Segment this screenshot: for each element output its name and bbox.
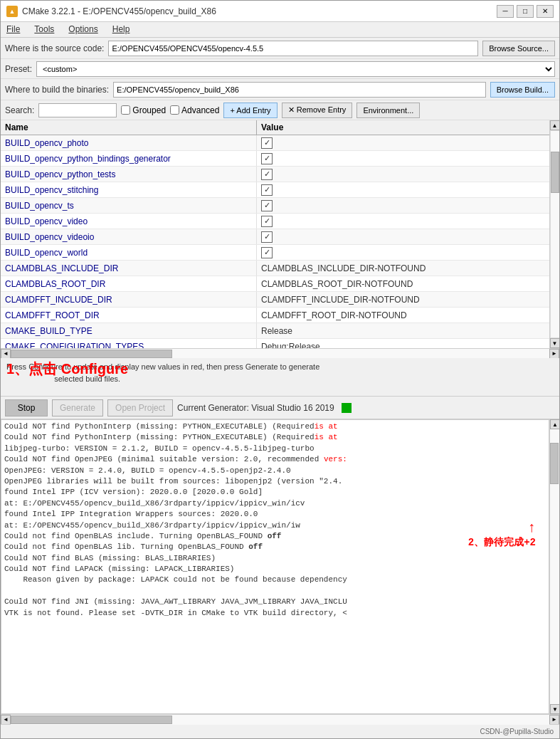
- environment-button[interactable]: Environment...: [356, 103, 420, 118]
- row-name: CLAMDFFT_INCLUDE_DIR: [1, 292, 257, 307]
- menu-help[interactable]: Help: [110, 23, 133, 36]
- row-value: [257, 214, 549, 229]
- scroll-thumb[interactable]: [551, 152, 559, 193]
- remove-entry-button[interactable]: ✕ Remove Entry: [282, 103, 353, 118]
- hscroll-track[interactable]: [11, 349, 549, 359]
- row-name: BUILD_opencv_video: [1, 214, 257, 229]
- add-entry-button[interactable]: + Add Entry: [223, 103, 277, 118]
- table-row[interactable]: BUILD_opencv_python_bindings_generator: [1, 151, 549, 167]
- source-input[interactable]: [108, 41, 478, 56]
- checkbox[interactable]: [261, 231, 273, 243]
- checkbox[interactable]: [261, 137, 273, 149]
- log-hscroll-track[interactable]: [11, 715, 549, 725]
- log-scroll-up[interactable]: ▲: [550, 419, 559, 429]
- advanced-label: Advanced: [181, 105, 219, 115]
- log-scroll-track[interactable]: [550, 429, 559, 704]
- browse-source-button[interactable]: Browse Source...: [482, 41, 555, 56]
- table-row[interactable]: BUILD_opencv_photo: [1, 135, 549, 151]
- table-row[interactable]: CMAKE_CONFIGURATION_TYPES Debug;Release: [1, 339, 549, 348]
- row-value: [257, 229, 549, 244]
- scroll-up-button[interactable]: ▲: [550, 120, 560, 130]
- menu-file[interactable]: File: [4, 23, 23, 36]
- preset-select[interactable]: <custom>: [36, 61, 555, 77]
- log-line: Could not find OpenBLAS include. Turning…: [4, 531, 546, 542]
- table-container: Name Value BUILD_opencv_photo BUILD_open…: [1, 120, 549, 348]
- checkbox[interactable]: [261, 200, 273, 211]
- grouped-checkbox[interactable]: [121, 105, 130, 115]
- hscroll-thumb[interactable]: [11, 350, 172, 358]
- table-row[interactable]: CLAMDBLAS_ROOT_DIR CLAMDBLAS_ROOT_DIR-NO…: [1, 276, 549, 292]
- row-value: [257, 245, 549, 260]
- table-row[interactable]: CMAKE_BUILD_TYPE Release: [1, 323, 549, 339]
- row-name: BUILD_opencv_videoio: [1, 229, 257, 244]
- table-row[interactable]: BUILD_opencv_stitching: [1, 182, 549, 198]
- log-area[interactable]: Could NOT find PythonInterp (missing: PY…: [1, 419, 549, 714]
- table-row[interactable]: CLAMDFFT_ROOT_DIR CLAMDFFT_ROOT_DIR-NOTF…: [1, 308, 549, 323]
- log-line: Could NOT find PythonInterp (missing: PY…: [4, 432, 546, 443]
- row-name: BUILD_opencv_python_tests: [1, 167, 257, 182]
- advanced-checkbox-label[interactable]: Advanced: [170, 105, 219, 115]
- main-window: ▲ CMake 3.22.1 - E:/OPENCV455/opencv_bui…: [0, 0, 560, 739]
- search-input[interactable]: [38, 103, 117, 117]
- log-line: libjpeg-turbo: VERSION = 2.1.2, BUILD = …: [4, 444, 546, 454]
- row-value: [257, 151, 549, 166]
- col-header-value: Value: [257, 120, 549, 135]
- row-value: [257, 182, 549, 197]
- log-line: Could not find OpenBLAS lib. Turning Ope…: [4, 542, 546, 552]
- log-line: Could NOT find OpenJPEG (minimal suitabl…: [4, 454, 546, 465]
- hscroll-right-button[interactable]: ►: [549, 349, 559, 359]
- checkbox[interactable]: [261, 216, 273, 227]
- log-hscroll-thumb[interactable]: [11, 716, 172, 724]
- maximize-button[interactable]: □: [517, 5, 534, 18]
- build-row: Where to build the binaries: Browse Buil…: [1, 79, 559, 100]
- menu-options[interactable]: Options: [65, 23, 100, 36]
- close-button[interactable]: ✕: [537, 5, 554, 18]
- log-hscroll-left[interactable]: ◄: [1, 715, 11, 725]
- stop-button[interactable]: Stop: [5, 399, 48, 416]
- table-row[interactable]: BUILD_opencv_ts: [1, 198, 549, 214]
- log-line: Could NOT find LAPACK (missing: LAPACK_L…: [4, 564, 546, 575]
- table-row[interactable]: CLAMDFFT_INCLUDE_DIR CLAMDFFT_INCLUDE_DI…: [1, 292, 549, 308]
- table-scroll-area[interactable]: BUILD_opencv_photo BUILD_opencv_python_b…: [1, 135, 549, 348]
- advanced-checkbox[interactable]: [170, 105, 179, 115]
- checkbox[interactable]: [261, 184, 273, 196]
- table-scrollbar[interactable]: ▲ ▼: [549, 120, 559, 348]
- checkbox[interactable]: [261, 169, 273, 180]
- table-row[interactable]: BUILD_opencv_video: [1, 214, 549, 229]
- row-value: [257, 198, 549, 213]
- scroll-down-button[interactable]: ▼: [550, 338, 560, 348]
- log-horiz-scroll[interactable]: ◄ ►: [1, 714, 559, 724]
- log-hscroll-right[interactable]: ►: [549, 715, 559, 725]
- open-project-button[interactable]: Open Project: [107, 399, 173, 416]
- log-scrollbar[interactable]: ▲ ▼: [549, 419, 559, 714]
- grouped-checkbox-label[interactable]: Grouped: [121, 105, 166, 115]
- table-row[interactable]: BUILD_opencv_python_tests: [1, 167, 549, 182]
- build-input[interactable]: [113, 82, 486, 98]
- checkbox[interactable]: [261, 247, 273, 258]
- row-value: Debug;Release: [257, 339, 549, 348]
- hscroll-left-button[interactable]: ◄: [1, 349, 11, 359]
- table-row[interactable]: CLAMDBLAS_INCLUDE_DIR CLAMDBLAS_INCLUDE_…: [1, 261, 549, 276]
- preset-row: Preset: <custom>: [1, 59, 559, 79]
- log-scroll-thumb[interactable]: [550, 443, 559, 484]
- search-label: Search:: [5, 105, 34, 115]
- minimize-button[interactable]: ─: [497, 5, 514, 18]
- build-label: Where to build the binaries:: [5, 85, 109, 95]
- table-row[interactable]: BUILD_opencv_world: [1, 245, 549, 261]
- table-row[interactable]: BUILD_opencv_videoio: [1, 229, 549, 245]
- table-header: Name Value: [1, 120, 549, 135]
- menu-tools[interactable]: Tools: [31, 23, 57, 36]
- menubar: File Tools Options Help: [1, 22, 559, 38]
- generator-text: Current Generator: Visual Studio 16 2019: [177, 403, 334, 413]
- generate-button[interactable]: Generate: [52, 399, 103, 416]
- row-value: CLAMDFFT_ROOT_DIR-NOTFOUND: [257, 308, 549, 323]
- log-scroll-down[interactable]: ▼: [550, 704, 559, 714]
- log-line: OpenJPEG: VERSION = 2.4.0, BUILD = openc…: [4, 466, 546, 476]
- browse-build-button[interactable]: Browse Build...: [490, 82, 555, 98]
- table-horiz-scroll[interactable]: ◄ ►: [1, 348, 559, 358]
- title-bar-left: ▲ CMake 3.22.1 - E:/OPENCV455/opencv_bui…: [6, 6, 216, 17]
- scroll-track[interactable]: [550, 130, 560, 338]
- row-name: BUILD_opencv_photo: [1, 135, 257, 150]
- row-name: CLAMDBLAS_INCLUDE_DIR: [1, 261, 257, 276]
- checkbox[interactable]: [261, 153, 273, 164]
